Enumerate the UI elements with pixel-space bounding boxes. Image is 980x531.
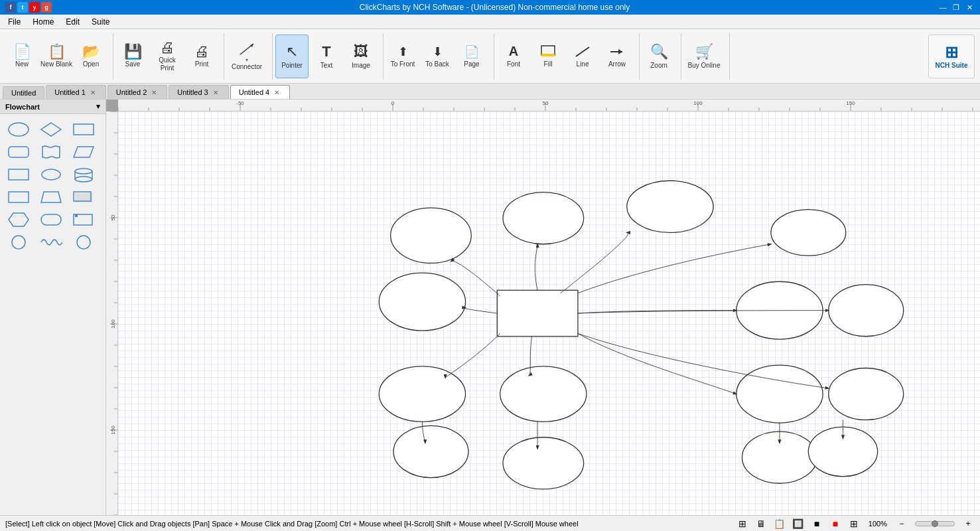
status-icon-5[interactable]: ■	[810, 517, 823, 530]
pointer-button[interactable]: ↖ Pointer	[275, 35, 309, 78]
new-blank-button[interactable]: 📋 New Blank	[40, 35, 73, 78]
arrow-label: Arrow	[608, 60, 626, 68]
tab-untitled2-close[interactable]: ✕	[149, 88, 159, 97]
tab-untitled3[interactable]: Untitled 3 ✕	[169, 85, 228, 99]
social-icons[interactable]: f t y g	[5, 2, 52, 13]
new-button[interactable]: 📄 New	[5, 35, 38, 78]
svg-point-29	[503, 192, 584, 244]
shape-rect-shadow[interactable]	[70, 187, 97, 207]
shape-oval[interactable]	[38, 165, 64, 185]
menu-file[interactable]: File	[3, 16, 26, 28]
tab-untitled2[interactable]: Untitled 2 ✕	[107, 85, 167, 99]
youtube-icon[interactable]: y	[29, 2, 40, 13]
minimize-button[interactable]: —	[938, 2, 948, 13]
quick-print-label: Quick Print	[151, 56, 183, 72]
font-button[interactable]: A Font	[497, 35, 530, 78]
text-button[interactable]: T Text	[310, 35, 343, 78]
status-icon-2[interactable]: 🖥	[754, 517, 768, 530]
pointer-label: Pointer	[281, 62, 303, 70]
zoom-label: Zoom	[650, 62, 667, 70]
svg-point-13	[42, 169, 60, 180]
toolbar-group-zoom: 🔍 Zoom	[642, 33, 681, 80]
google-icon[interactable]: g	[41, 2, 52, 13]
to-front-button[interactable]: ⬆ To Front	[386, 35, 419, 78]
shape-hexagon[interactable]	[5, 210, 32, 230]
status-icon-4[interactable]: 🔲	[792, 517, 805, 530]
facebook-icon[interactable]: f	[5, 2, 16, 13]
page-icon: 📄	[464, 44, 479, 59]
font-icon: A	[509, 44, 518, 59]
tab-untitled3-label: Untitled 3	[177, 88, 208, 96]
menu-suite[interactable]: Suite	[86, 16, 115, 28]
tab-untitled[interactable]: Untitled	[3, 86, 44, 99]
shape-rect[interactable]	[70, 119, 97, 139]
tab-bar: Untitled Untitled 1 ✕ Untitled 2 ✕ Untit…	[0, 84, 980, 100]
save-button[interactable]: 💾 Save	[116, 35, 149, 78]
status-icon-red[interactable]: ■	[829, 517, 842, 530]
print-button[interactable]: 🖨 Print	[185, 35, 218, 78]
image-button[interactable]: 🖼 Image	[344, 35, 378, 78]
to-front-label: To Front	[391, 60, 415, 68]
tab-untitled1[interactable]: Untitled 1 ✕	[46, 85, 105, 99]
arrow-button[interactable]: Arrow	[600, 35, 634, 78]
panel-header[interactable]: Flowchart ▾	[0, 100, 105, 114]
tab-untitled1-label: Untitled 1	[54, 88, 85, 96]
restore-button[interactable]: ❐	[951, 2, 961, 13]
open-button[interactable]: 📂 Open	[74, 35, 107, 78]
nch-suite-button[interactable]: ⊞ NCH Suite	[928, 35, 975, 78]
tab-untitled3-close[interactable]: ✕	[211, 88, 220, 97]
shape-circle2[interactable]	[70, 232, 97, 252]
new-label: New	[15, 60, 29, 68]
menu-edit[interactable]: Edit	[60, 16, 85, 28]
toolbar-group-print: 💾 Save 🖨 Quick Print 🖨 Print	[116, 33, 224, 80]
diagram-canvas[interactable]	[118, 112, 980, 515]
window-controls[interactable]: — ❐ ✕	[938, 2, 975, 13]
panel-dropdown-icon[interactable]: ▾	[96, 102, 100, 111]
page-button[interactable]: 📄 Page	[455, 35, 488, 78]
tab-untitled4-label: Untitled 4	[239, 88, 269, 96]
shape-rect2[interactable]	[5, 165, 32, 185]
buy-online-button[interactable]: 🛒 Buy Online	[684, 35, 724, 78]
to-back-button[interactable]: ⬇ To Back	[421, 35, 454, 78]
canvas-inner[interactable]	[118, 112, 980, 515]
shape-wave[interactable]	[38, 232, 64, 252]
svg-rect-9	[74, 124, 94, 135]
connector-button[interactable]: ▾ Connector	[227, 35, 267, 78]
shape-rounded-rect[interactable]	[5, 142, 32, 162]
shape-cylinder[interactable]	[70, 165, 97, 185]
status-icon-1[interactable]: ⊞	[736, 517, 749, 530]
tab-untitled4[interactable]: Untitled 4 ✕	[230, 85, 290, 99]
fill-button[interactable]: Fill	[531, 35, 565, 78]
status-icon-3[interactable]: 📋	[773, 517, 786, 530]
pointer-icon: ↖	[286, 43, 298, 60]
line-button[interactable]: Line	[566, 35, 599, 78]
shape-parallelogram[interactable]	[70, 142, 97, 162]
shape-diamond[interactable]	[38, 119, 64, 139]
tab-untitled4-close[interactable]: ✕	[272, 88, 281, 97]
close-button[interactable]: ✕	[964, 2, 975, 13]
twitter-icon[interactable]: t	[17, 2, 28, 13]
shape-rect4[interactable]	[70, 210, 97, 230]
menu-home[interactable]: Home	[27, 16, 59, 28]
shape-rect3[interactable]	[5, 187, 32, 207]
toolbar-group-buy: 🛒 Buy Online	[684, 33, 730, 80]
shape-rounded-rect2[interactable]	[38, 210, 64, 230]
zoom-out-icon[interactable]: −	[895, 517, 908, 530]
tab-untitled2-label: Untitled 2	[116, 88, 147, 96]
quick-print-button[interactable]: 🖨 Quick Print	[151, 35, 184, 78]
to-front-icon: ⬆	[398, 44, 408, 59]
shape-ellipse[interactable]	[5, 119, 32, 139]
zoom-button[interactable]: 🔍 Zoom	[642, 35, 675, 78]
svg-point-40	[393, 425, 468, 477]
shape-squiggly-rect[interactable]	[38, 142, 64, 162]
status-icon-grid[interactable]: ⊞	[847, 517, 861, 530]
tab-untitled1-close[interactable]: ✕	[88, 88, 98, 97]
status-message: [Select] Left click on object [Move] Cli…	[5, 520, 736, 528]
svg-point-14	[75, 169, 92, 174]
shape-trapezoid[interactable]	[38, 187, 64, 207]
new-icon: 📄	[13, 44, 31, 59]
shape-circle[interactable]	[5, 232, 32, 252]
zoom-slider[interactable]	[915, 521, 955, 526]
canvas-area[interactable]	[106, 100, 980, 515]
zoom-in-icon[interactable]: +	[961, 517, 975, 530]
